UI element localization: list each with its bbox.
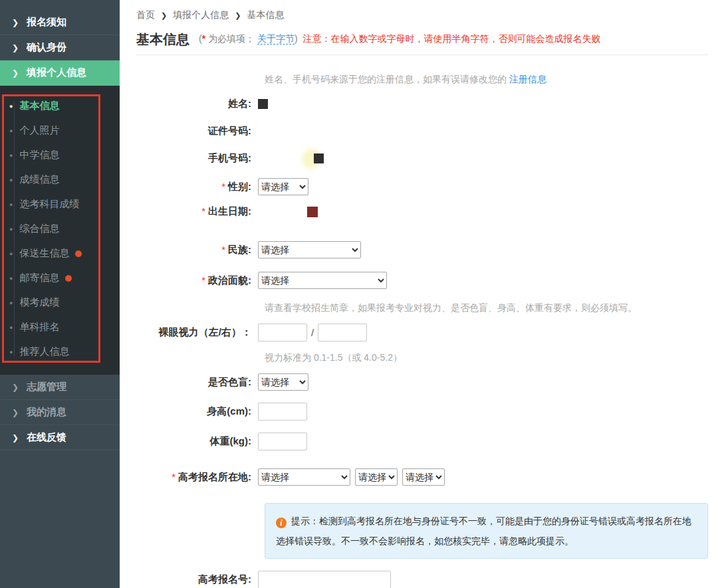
gaokao-location-district-select[interactable]: 请选择 [402,468,445,486]
vision-label: 裸眼视力（左/右）： [136,326,258,339]
submenu-item-label: 综合信息 [19,223,59,235]
sidebar: ❯ 报名须知 ❯ 确认身份 ❯ 填报个人信息 ● 基本信息 ● 个人照片 ● [0,0,120,588]
notification-dot [75,250,82,257]
birth-date-label-text: 出生日期: [208,205,251,217]
id-number-row: 证件号码: [136,125,708,138]
gaokao-location-province-select[interactable]: 请选择 [258,468,350,486]
politics-select[interactable]: 请选择 [258,272,387,289]
id-number-label: 证件号码: [136,125,258,138]
submenu-item-recommended-student[interactable]: ● 保送生信息 [0,241,120,266]
submenu-item-label: 个人照片 [19,124,59,137]
sidebar-top-group: ❯ 报名须知 ❯ 确认身份 ❯ 填报个人信息 [0,0,120,86]
submenu-item-recommender-info[interactable]: ● 推荐人信息 [0,340,120,364]
weight-label: 体重(kg): [136,435,258,448]
phone-redacted-wrap [306,153,324,165]
chevron-right-icon: ❯ [161,11,167,20]
sidebar-item-personal-info[interactable]: ❯ 填报个人信息 [0,60,120,86]
bullet-icon: ● [9,250,13,257]
main-content: 首页 ❯ 填报个人信息 ❯ 基本信息 基本信息 (* 为必填项； 关于字节) 注… [120,0,718,588]
sidebar-item-online-feedback[interactable]: ❯ 在线反馈 [0,425,120,450]
phone-label: 手机号码: [136,152,258,165]
basic-info-form: 姓名、手机号码来源于您的注册信息，如果有误请修改您的 注册信息 姓名: 证件号码… [136,55,708,588]
sidebar-item-label: 我的消息 [27,406,66,419]
notification-dot [65,275,72,282]
gaokao-location-row: *高考报名所在地: 请选择 请选择 请选择 [136,468,708,486]
required-asterisk: * [221,244,225,255]
ethnicity-select[interactable]: 请选择 [258,241,361,258]
page-title: 基本信息 [136,31,189,49]
submenu-item-school-info[interactable]: ● 中学信息 [0,143,120,167]
vision-row: 裸眼视力（左/右）： / [136,324,708,342]
submenu-item-comprehensive-info[interactable]: ● 综合信息 [0,217,120,241]
submenu-item-score-info[interactable]: ● 成绩信息 [0,167,120,192]
registration-info-link[interactable]: 注册信息 [509,74,546,84]
weight-input[interactable] [258,433,307,450]
submenu-item-mailing-info[interactable]: ● 邮寄信息 [0,266,120,290]
location-mismatch-tip: i提示：检测到高考报名所在地与身份证号不一致，可能是由于您的身份证号错误或高考报… [265,503,708,559]
submenu-item-elective-scores[interactable]: ● 选考科目成绩 [0,192,120,217]
sidebar-item-volunteer-management[interactable]: ❯ 志愿管理 [0,375,120,400]
breadcrumb-home[interactable]: 首页 [136,9,155,21]
sidebar-item-confirm-identity[interactable]: ❯ 确认身份 [0,35,120,60]
ethnicity-row: *民族: 请选择 [136,241,708,258]
vision-left-input[interactable] [258,324,307,342]
gender-row: *性别: 请选择 [136,178,708,195]
required-asterisk: * [221,181,225,192]
submenu-item-subject-ranking[interactable]: ● 单科排名 [0,315,120,340]
page-header: 基本信息 (* 为必填项； 关于字节) 注意：在输入数字或字母时，请使用半角字符… [136,28,708,50]
vision-hint: 视力标准为 0.1-1.5（或 4.0-5.2） [265,352,708,364]
submenu-item-label: 邮寄信息 [19,272,59,284]
chevron-right-icon: ❯ [235,11,241,20]
about-bytes-link[interactable]: 关于字节 [257,33,295,45]
bullet-icon: ● [9,128,13,134]
submenu-item-label: 推荐人信息 [19,345,69,358]
height-input[interactable] [258,403,307,421]
gaokao-number-label: 高考报名号: [136,573,258,586]
chevron-right-icon: ❯ [12,68,19,78]
required-note: (* 为必填项； 关于字节) [199,33,298,45]
bullet-icon: ● [9,226,13,233]
required-asterisk: * [202,33,205,44]
phone-row: 手机号码: [136,152,708,165]
submenu-item-label: 基本信息 [19,100,59,112]
breadcrumb-personal-info[interactable]: 填报个人信息 [173,9,229,21]
sidebar-item-label: 志愿管理 [27,381,66,393]
politics-row: *政治面貌: 请选择 [136,272,708,289]
chevron-right-icon: ❯ [12,433,19,442]
registration-notice: 姓名、手机号码来源于您的注册信息，如果有误请修改您的 注册信息 [265,74,708,86]
birth-date-redacted-value [307,207,318,217]
submenu-item-mock-exam-scores[interactable]: ● 模考成绩 [0,290,120,315]
sidebar-item-my-messages[interactable]: ❯ 我的消息 [0,400,120,425]
gaokao-location-city-select[interactable]: 请选择 [355,468,398,486]
gaokao-number-input[interactable] [258,571,391,588]
bullet-icon: ● [9,201,13,208]
submenu-item-label: 成绩信息 [19,173,59,186]
vision-separator: / [311,327,314,338]
sidebar-item-signup-notice[interactable]: ❯ 报名须知 [0,10,120,35]
submenu-item-photo[interactable]: ● 个人照片 [0,118,120,143]
height-label: 身高(cm): [136,405,258,418]
gender-select[interactable]: 请选择 [258,178,308,195]
birth-date-row: *出生日期: [136,205,708,218]
bullet-icon: ● [9,152,13,159]
ethnicity-label: *民族: [136,244,258,256]
sidebar-item-label: 填报个人信息 [27,66,86,79]
submenu-item-label: 中学信息 [19,149,59,161]
gender-label: *性别: [136,181,258,193]
color-blind-select[interactable]: 请选择 [258,373,308,391]
app-window: ❯ 报名须知 ❯ 确认身份 ❯ 填报个人信息 ● 基本信息 ● 个人照片 ● [0,0,718,588]
halfwidth-warning-text: 注意：在输入数字或字母时，请使用半角字符，否则可能会造成报名失败 [303,33,601,45]
bullet-icon: ● [9,177,13,183]
sidebar-item-label: 在线反馈 [27,431,66,444]
required-note-text: 为必填项； [208,33,255,44]
weight-row: 体重(kg): [136,433,708,450]
chevron-right-icon: ❯ [12,383,19,392]
sidebar-item-label: 报名须知 [27,16,66,29]
vision-right-input[interactable] [318,324,367,342]
chevron-right-icon: ❯ [12,18,19,27]
sidebar-bottom-group: ❯ 志愿管理 ❯ 我的消息 ❯ 在线反馈 [0,375,120,450]
gaokao-location-label: *高考报名所在地: [136,471,258,484]
submenu-item-basic-info[interactable]: ● 基本信息 [0,94,120,118]
submenu-item-label: 单科排名 [19,321,59,334]
submenu-item-label: 选考科目成绩 [19,198,79,211]
